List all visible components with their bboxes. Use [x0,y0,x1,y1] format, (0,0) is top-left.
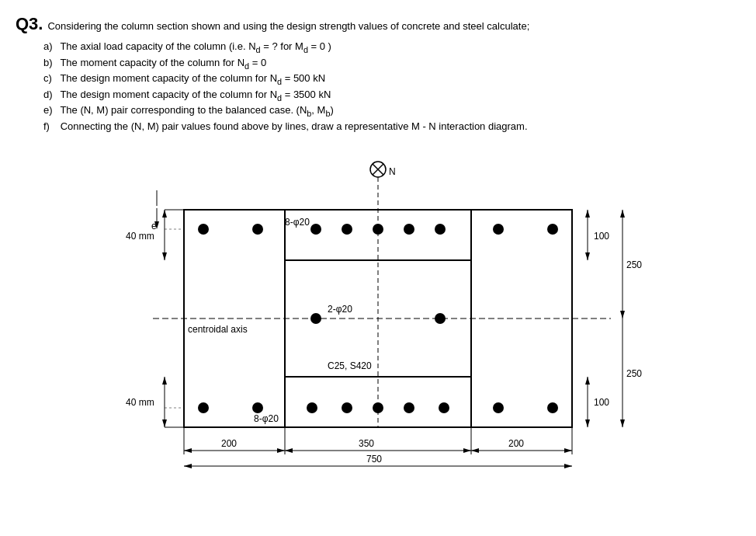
svg-marker-76 [463,448,471,453]
svg-marker-57 [162,210,167,218]
svg-marker-64 [162,377,167,385]
svg-text:250: 250 [626,368,642,379]
svg-marker-47 [620,311,625,318]
svg-text:40 mm: 40 mm [126,397,154,408]
svg-text:350: 350 [359,438,374,449]
svg-marker-43 [585,252,590,260]
svg-text:200: 200 [221,438,237,449]
svg-point-23 [547,224,558,235]
part-f-text: Connecting the (N, M) pair values found … [61,120,528,132]
svg-point-17 [310,224,321,235]
svg-marker-86 [564,464,572,468]
svg-point-25 [252,402,263,413]
svg-text:2-φ20: 2-φ20 [328,304,352,315]
svg-text:C25, S420: C25, S420 [328,360,372,371]
svg-text:40 mm: 40 mm [126,231,154,242]
svg-marker-85 [184,464,192,468]
part-a: a) The axial load capacity of the column… [43,40,740,54]
svg-text:8-φ20: 8-φ20 [254,413,279,424]
svg-marker-69 [184,448,192,453]
svg-point-32 [547,402,558,413]
diagram-container: N [16,140,740,474]
svg-text:N: N [389,166,396,177]
svg-point-19 [373,224,383,235]
svg-point-15 [198,224,209,235]
svg-point-27 [342,402,352,413]
svg-point-31 [493,402,504,413]
svg-marker-50 [620,419,625,427]
svg-marker-42 [585,210,590,218]
svg-point-26 [307,402,317,413]
svg-text:750: 750 [366,454,382,465]
svg-text:100: 100 [594,397,609,408]
question-header: Q3. Considering the column section shown… [16,14,740,34]
part-e: e) The (N, M) pair corresponding to the … [43,104,740,118]
svg-marker-79 [471,448,479,453]
svg-text:100: 100 [594,231,609,242]
part-d: d) The design moment capacity of the col… [43,89,740,103]
part-c: c) The design moment capacity of the col… [43,72,740,86]
svg-marker-63 [162,419,167,427]
svg-marker-53 [585,419,590,427]
svg-marker-70 [277,448,285,453]
svg-point-16 [252,224,263,235]
svg-point-29 [404,402,414,413]
svg-point-21 [435,224,446,235]
svg-text:250: 250 [626,259,642,270]
svg-point-30 [439,402,449,413]
svg-marker-58 [162,252,167,260]
part-f: f) Connecting the (N, M) pair values fou… [43,120,740,132]
svg-point-24 [198,402,209,413]
svg-point-20 [404,224,414,235]
svg-point-28 [373,402,383,413]
svg-text:centroidal axis: centroidal axis [188,324,248,335]
column-diagram: N [83,140,673,474]
part-b: b) The moment capacity of the column for… [43,57,740,71]
svg-point-22 [493,224,504,235]
svg-point-18 [342,224,352,235]
question-number: Q3. [16,14,43,34]
svg-marker-80 [564,448,572,453]
svg-marker-54 [585,377,590,385]
sub-parts-list: a) The axial load capacity of the column… [43,40,740,132]
svg-marker-75 [285,448,293,453]
svg-marker-46 [620,210,625,218]
svg-text:200: 200 [508,438,524,449]
question-intro: Considering the column section shown and… [47,20,529,32]
svg-text:8-φ20: 8-φ20 [285,217,310,228]
